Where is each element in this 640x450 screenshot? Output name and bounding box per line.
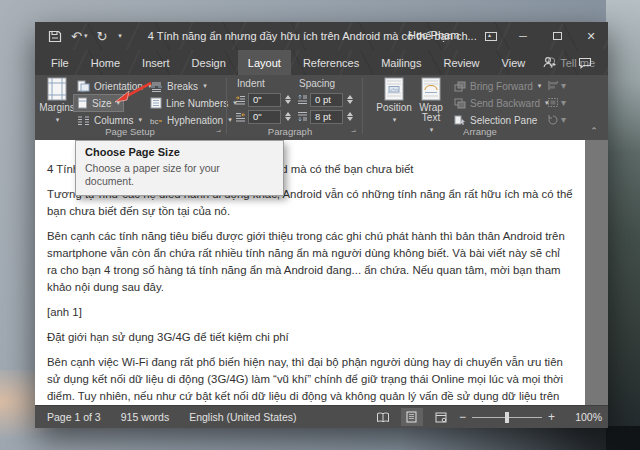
- status-bar: Page 1 of 3 915 words English (United St…: [35, 405, 608, 428]
- wrap-text-icon: [421, 77, 441, 101]
- spacing-after-row: 8 pt: [297, 109, 354, 124]
- page-indicator[interactable]: Page 1 of 3: [47, 411, 101, 423]
- hyphenation-icon: bc: [150, 115, 163, 126]
- zoom-slider-handle[interactable]: [505, 412, 509, 423]
- titlebar: ↶▾ ↻ ▾ 4 Tính năng ẩn nhưng đầy hữu ích …: [35, 22, 608, 50]
- web-layout-icon: [435, 412, 447, 423]
- ribbon-tab-row: File Home Insert Design Layout Reference…: [35, 50, 608, 75]
- zoom-slider: − +: [459, 410, 555, 424]
- orientation-icon: [77, 80, 90, 92]
- spacing-before-row: 0 pt: [297, 92, 354, 107]
- spacing-label: Spacing: [299, 78, 335, 89]
- chevron-down-icon: ▾: [393, 115, 397, 125]
- spacing-after-icon: [297, 111, 308, 122]
- rotate-icon: [547, 114, 559, 125]
- word-window: ↶▾ ↻ ▾ 4 Tính năng ẩn nhưng đầy hữu ích …: [35, 22, 608, 428]
- page-setup-group-label: Page Setup: [75, 126, 185, 137]
- desktop: ↶▾ ↻ ▾ 4 Tính năng ẩn nhưng đầy hữu ích …: [0, 0, 640, 450]
- tab-layout[interactable]: Layout: [238, 50, 291, 75]
- spacing-before-icon: [297, 94, 308, 105]
- group-divider: [362, 78, 363, 134]
- wallpaper-shadow: [400, 426, 640, 450]
- indent-left-field[interactable]: 0": [248, 93, 281, 107]
- zoom-out-button[interactable]: −: [459, 410, 466, 424]
- indent-right-icon: [235, 112, 246, 122]
- chevron-down-icon: ▾: [538, 82, 542, 90]
- doc-paragraph: Bên cạnh các tính năng tiêu biểu được gi…: [47, 228, 573, 296]
- collapse-ribbon-icon[interactable]: ⌃: [586, 125, 602, 137]
- qat-customize-button[interactable]: ▾: [116, 32, 122, 40]
- indent-right-stepper[interactable]: [283, 112, 292, 121]
- language-indicator[interactable]: English (United States): [189, 411, 296, 423]
- rotate-objects-button: ▾: [547, 112, 571, 127]
- margins-button[interactable]: Margins ▾: [41, 77, 73, 129]
- paragraph-dialog-launcher-icon[interactable]: [348, 127, 358, 137]
- page-setup-dialog-launcher-icon[interactable]: [213, 127, 223, 137]
- tooltip-body: Choose a paper size for your document.: [85, 162, 235, 188]
- position-icon: [384, 77, 404, 101]
- indent-left-stepper[interactable]: [283, 95, 292, 104]
- wrap-text-button[interactable]: Wrap Text ▾: [414, 77, 448, 129]
- align-icon: [547, 80, 559, 91]
- tab-design[interactable]: Design: [182, 50, 236, 75]
- wallpaper-cliff: [606, 0, 640, 450]
- word-count[interactable]: 915 words: [121, 411, 169, 423]
- account-name[interactable]: Hoc Pham: [408, 29, 459, 41]
- spacing-after-field[interactable]: 8 pt: [310, 110, 343, 124]
- size-tooltip: Choose Page Size Choose a paper size for…: [75, 140, 284, 196]
- maximize-button[interactable]: [540, 22, 574, 50]
- spacing-before-field[interactable]: 0 pt: [310, 93, 343, 107]
- read-mode-button[interactable]: [372, 408, 394, 426]
- page-size-icon: [77, 97, 88, 109]
- web-layout-button[interactable]: [430, 408, 452, 426]
- tab-references[interactable]: References: [293, 50, 369, 75]
- share-person-icon[interactable]: [542, 56, 556, 69]
- ribbon-display-options-button[interactable]: [476, 22, 506, 50]
- breaks-button[interactable]: Breaks▾: [147, 78, 210, 94]
- tab-file[interactable]: File: [41, 50, 79, 75]
- size-button[interactable]: Size▾: [74, 95, 123, 111]
- doc-paragraph: [anh 1]: [47, 304, 573, 321]
- align-objects-button: ▾: [547, 78, 571, 93]
- send-backward-icon: [454, 98, 466, 109]
- tab-home[interactable]: Home: [81, 50, 130, 75]
- chevron-down-icon: ▾: [228, 116, 232, 124]
- orientation-button[interactable]: Orientation▾: [74, 78, 154, 94]
- undo-button[interactable]: ↶▾: [71, 30, 87, 43]
- group-icon: [547, 97, 559, 108]
- zoom-level[interactable]: 100%: [568, 411, 602, 423]
- spacing-before-stepper[interactable]: [345, 95, 354, 104]
- selection-pane-icon: [454, 115, 466, 126]
- window-controls: ─ ✕: [476, 22, 608, 50]
- columns-icon: [77, 115, 90, 126]
- minimize-button[interactable]: ─: [506, 22, 540, 50]
- bring-forward-icon: [454, 81, 466, 92]
- group-divider: [226, 78, 227, 134]
- arrange-group-label: Arrange: [435, 126, 525, 137]
- redo-button[interactable]: ↻: [96, 30, 107, 43]
- close-button[interactable]: ✕: [574, 22, 608, 50]
- tab-insert[interactable]: Insert: [132, 50, 180, 75]
- breaks-icon: [150, 81, 163, 92]
- zoom-slider-track[interactable]: [472, 417, 542, 418]
- spacing-after-stepper[interactable]: [345, 112, 354, 121]
- send-backward-button: Send Backward▾: [451, 95, 552, 111]
- chevron-down-icon: ▾: [56, 115, 60, 125]
- comment-icon[interactable]: [578, 57, 592, 69]
- tab-mailings[interactable]: Mailings: [371, 50, 431, 75]
- undo-caret-icon[interactable]: ▾: [84, 32, 88, 40]
- indent-right-field[interactable]: 0": [248, 110, 281, 124]
- quick-access-toolbar: ↶▾ ↻ ▾: [48, 30, 122, 43]
- zoom-in-button[interactable]: +: [548, 410, 555, 424]
- group-objects-button: ▾: [547, 95, 571, 110]
- doc-paragraph: Bên cạnh việc Wi-Fi đang rất phổ biến hi…: [47, 354, 573, 405]
- indent-left-row: 0": [235, 92, 292, 107]
- ribbon: Margins ▾ Orientation▾ Size▾ Columns▾ Br…: [35, 75, 608, 140]
- indent-right-row: 0": [235, 109, 292, 124]
- tab-view[interactable]: View: [492, 50, 536, 75]
- save-icon[interactable]: [48, 30, 62, 43]
- position-button[interactable]: Position ▾: [378, 77, 410, 129]
- tab-review[interactable]: Review: [434, 50, 490, 75]
- doc-paragraph: Đặt giới hạn sử dụng 3G/4G để tiết kiệm …: [47, 329, 573, 346]
- print-layout-button[interactable]: [401, 408, 423, 426]
